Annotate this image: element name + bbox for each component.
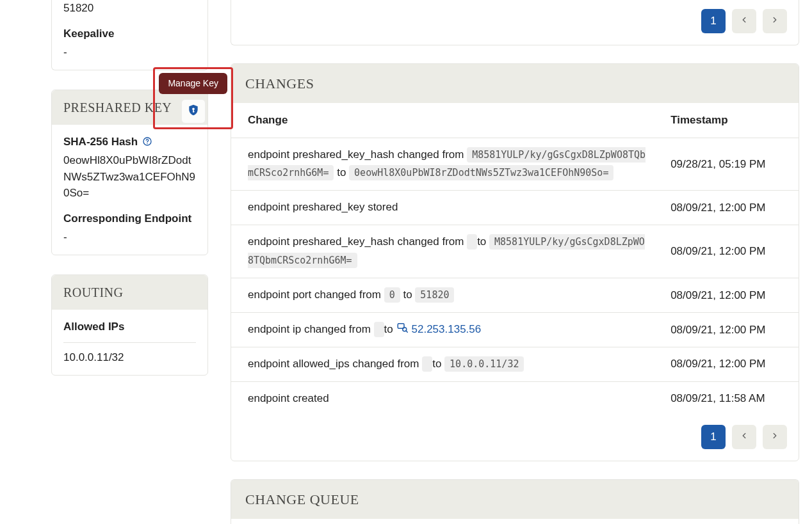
manage-key-button[interactable] bbox=[181, 99, 206, 123]
chevron-left-icon bbox=[740, 431, 749, 443]
change-cell: endpoint port changed from 0 to 51820 bbox=[231, 278, 660, 312]
corresponding-endpoint-value: - bbox=[63, 229, 196, 246]
timestamp-cell: 08/09/21, 11:58 AM bbox=[660, 381, 799, 415]
shield-key-icon bbox=[187, 103, 200, 119]
changes-col-timestamp: Timestamp bbox=[660, 103, 799, 138]
page-1-button[interactable]: 1 bbox=[701, 9, 726, 33]
svg-point-4 bbox=[147, 143, 147, 144]
queue-col-queued: Queued bbox=[345, 519, 512, 524]
timestamp-cell: 08/09/21, 12:00 PM bbox=[660, 312, 799, 347]
next-page-button[interactable] bbox=[763, 9, 787, 33]
change-queue-panel: CHANGE QUEUE User Queued State Timestamp bbox=[231, 479, 799, 524]
prev-page-button[interactable] bbox=[732, 9, 756, 33]
changes-col-change: Change bbox=[231, 103, 660, 138]
table-row: endpoint ip changed from to 52.253.135.5… bbox=[231, 312, 799, 347]
chevron-right-icon bbox=[770, 15, 779, 28]
sha256-value: 0eowHl8X0uPbWI8rZDodtNWs5ZTwz3wa1CEFOhN9… bbox=[63, 152, 196, 202]
chevron-left-icon bbox=[740, 15, 749, 28]
page-1-button[interactable]: 1 bbox=[701, 425, 726, 449]
change-cell: endpoint allowed_ips changed from to 10.… bbox=[231, 347, 660, 381]
allowed-ips-value: 10.0.0.11/32 bbox=[63, 349, 196, 366]
svg-rect-2 bbox=[193, 111, 195, 112]
table-row: endpoint created 08/09/21, 11:58 AM bbox=[231, 381, 799, 415]
table-row: endpoint preshared_key stored 08/09/21, … bbox=[231, 191, 799, 225]
code-pill: 0eowHl8X0uPbWI8rZDodtNWs5ZTwz3wa1CEFOhN9… bbox=[349, 165, 613, 180]
code-pill bbox=[374, 322, 384, 337]
ip-inspect-icon bbox=[396, 321, 408, 339]
manage-key-tooltip: Manage Key bbox=[159, 73, 227, 94]
code-pill: 10.0.0.11/32 bbox=[444, 356, 524, 372]
change-cell: endpoint preshared_key stored bbox=[231, 191, 660, 225]
change-cell: endpoint created bbox=[231, 381, 660, 415]
allowed-ips-label: Allowed IPs bbox=[63, 319, 196, 335]
port-value: 51820 bbox=[63, 0, 196, 17]
top-pagination: 1 bbox=[231, 0, 799, 45]
routing-title: ROUTING bbox=[63, 283, 124, 302]
change-queue-table: User Queued State Timestamp bbox=[231, 519, 799, 524]
main-content: 1 CHANGES Change Timestamp bbox=[218, 0, 812, 524]
queue-col-timestamp: Timestamp bbox=[617, 519, 799, 524]
sha256-label: SHA-256 Hash bbox=[63, 134, 196, 150]
page-root: 51820 Keepalive - PRESHARED KEY Manage K… bbox=[0, 0, 812, 524]
code-pill: 51820 bbox=[415, 287, 454, 303]
next-page-button[interactable] bbox=[763, 425, 787, 449]
timestamp-cell: 08/09/21, 12:00 PM bbox=[660, 347, 799, 381]
keepalive-value: - bbox=[63, 44, 196, 61]
change-cell: endpoint ip changed from to 52.253.135.5… bbox=[231, 312, 660, 347]
changes-table: Change Timestamp endpoint preshared_key_… bbox=[231, 103, 799, 416]
corresponding-endpoint-label: Corresponding Endpoint bbox=[63, 210, 196, 227]
changes-panel: CHANGES Change Timestamp endpoint presha… bbox=[231, 63, 799, 461]
code-pill bbox=[422, 356, 432, 372]
help-circle-icon[interactable] bbox=[142, 136, 153, 147]
keepalive-label: Keepalive bbox=[63, 26, 196, 42]
code-pill bbox=[467, 234, 477, 250]
timestamp-cell: 08/09/21, 12:00 PM bbox=[660, 225, 799, 278]
table-row: endpoint preshared_key_hash changed from… bbox=[231, 138, 799, 191]
changes-title: CHANGES bbox=[231, 64, 799, 103]
code-pill: 0 bbox=[384, 287, 400, 303]
timestamp-cell: 08/09/21, 12:00 PM bbox=[660, 191, 799, 225]
table-row: endpoint port changed from 0 to 51820 08… bbox=[231, 278, 799, 312]
routing-card: ROUTING Allowed IPs 10.0.0.11/32 bbox=[51, 274, 208, 376]
change-queue-title: CHANGE QUEUE bbox=[231, 480, 799, 519]
preshared-key-card: PRESHARED KEY Manage Key SHA-256 Hash bbox=[51, 90, 208, 255]
change-cell: endpoint preshared_key_hash changed from… bbox=[231, 138, 660, 191]
chevron-right-icon bbox=[770, 431, 779, 443]
queue-col-state: State bbox=[512, 519, 616, 524]
endpoint-network-card: 51820 Keepalive - bbox=[51, 0, 208, 70]
timestamp-cell: 08/09/21, 12:00 PM bbox=[660, 278, 799, 312]
changes-pagination: 1 bbox=[231, 416, 799, 461]
change-cell: endpoint preshared_key_hash changed from… bbox=[231, 225, 660, 278]
prev-page-button[interactable] bbox=[732, 425, 756, 449]
top-panel: 1 bbox=[231, 0, 799, 45]
routing-header: ROUTING bbox=[52, 275, 207, 310]
ip-link[interactable]: 52.253.135.56 bbox=[396, 321, 482, 339]
table-row: endpoint preshared_key_hash changed from… bbox=[231, 225, 799, 278]
table-row: endpoint allowed_ips changed from to 10.… bbox=[231, 347, 799, 381]
left-sidebar: 51820 Keepalive - PRESHARED KEY Manage K… bbox=[0, 0, 218, 524]
queue-col-user: User bbox=[231, 519, 345, 524]
routing-divider bbox=[63, 342, 196, 343]
timestamp-cell: 09/28/21, 05:19 PM bbox=[660, 138, 799, 191]
manage-key-callout: Manage Key bbox=[153, 67, 233, 129]
